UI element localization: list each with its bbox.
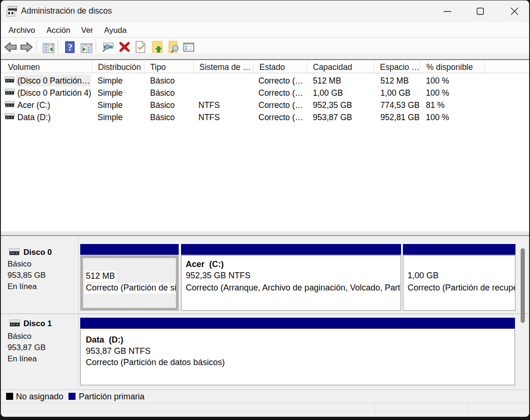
svg-text:?: ? [68,42,72,53]
